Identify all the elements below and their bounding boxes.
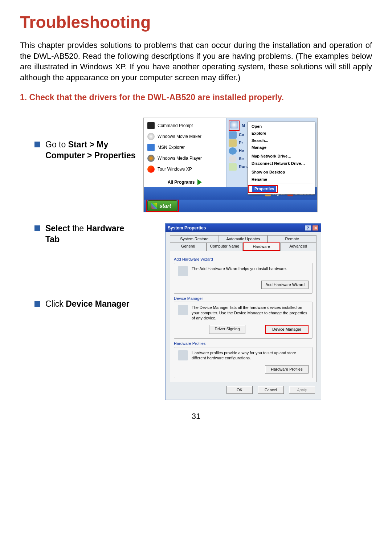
- control-panel-icon: [229, 139, 237, 147]
- ok-button[interactable]: OK: [226, 386, 253, 394]
- run-icon: [229, 163, 237, 171]
- group-title-devmgr: Device Manager: [174, 296, 313, 301]
- cancel-button[interactable]: Cancel: [258, 386, 284, 394]
- dialog-button-row: OK Cancel Apply: [170, 382, 317, 396]
- page-title: Troubleshooting: [20, 11, 372, 33]
- bullet-icon: [34, 142, 40, 147]
- device-manager-button[interactable]: Device Manager: [265, 325, 309, 334]
- page-number: 31: [20, 411, 372, 422]
- bullet-2-text: Select the Hardware Tab: [45, 223, 140, 245]
- device-manager-text: The Device Manager lists all the hardwar…: [192, 305, 309, 321]
- bullet-3-text: Click Device Manager: [45, 299, 129, 310]
- apply-button[interactable]: Apply: [289, 386, 315, 394]
- properties-highlight: Properties: [248, 185, 278, 193]
- help-icon: [229, 147, 237, 155]
- start-item-msn[interactable]: MSN Explorer: [146, 142, 224, 153]
- context-menu: Open Explore Search... Manage Map Networ…: [248, 122, 315, 195]
- tab-remote[interactable]: Remote: [268, 235, 317, 242]
- system-properties-dialog: System Properties ? ✕ System Restore Aut…: [165, 223, 321, 400]
- tour-xp-icon: [147, 166, 155, 173]
- network-icon: [229, 131, 237, 139]
- movie-maker-icon: [147, 133, 155, 140]
- driver-signing-button[interactable]: Driver Signing: [209, 325, 245, 334]
- group-title-hwprofiles: Hardware Profiles: [174, 341, 313, 346]
- dialog-titlebar: System Properties ? ✕: [166, 224, 321, 232]
- ctx-disconnect-drive[interactable]: Disconnect Network Drive…: [248, 160, 315, 167]
- dialog-title: System Properties: [168, 225, 206, 231]
- start-menu-right-panel: M Cc Pr He Se Run... Open Explore Search…: [226, 118, 317, 187]
- ctx-map-drive[interactable]: Map Network Drive…: [248, 153, 315, 160]
- tab-system-restore[interactable]: System Restore: [170, 235, 219, 242]
- ctx-rename[interactable]: Rename: [248, 176, 315, 183]
- start-item-media-player[interactable]: Windows Media Player: [146, 153, 224, 164]
- arrow-right-icon: [197, 179, 202, 185]
- bullet-icon: [34, 225, 40, 231]
- add-hardware-wizard-button[interactable]: Add Hardware Wizard: [261, 281, 309, 289]
- ctx-open[interactable]: Open: [248, 123, 315, 130]
- tab-computer-name[interactable]: Computer Name: [207, 242, 243, 251]
- device-manager-group: The Device Manager lists all the hardwar…: [174, 302, 313, 339]
- start-item-tour-xp[interactable]: Tour Windows XP: [146, 164, 224, 175]
- taskbar: start: [144, 200, 317, 212]
- device-manager-icon: [178, 305, 188, 315]
- help-button[interactable]: ?: [305, 225, 311, 231]
- ctx-properties[interactable]: Properties: [252, 186, 276, 192]
- hardware-profiles-group: Hardware profiles provide a way for you …: [174, 347, 313, 378]
- all-programs-button[interactable]: All Programs: [146, 177, 224, 185]
- bullet-1-text: Go to Start > My Computer > Properties: [45, 139, 140, 161]
- group-title-add-hw: Add Hardware Wizard: [174, 257, 313, 262]
- intro-paragraph: This chapter provides solutions to probl…: [20, 40, 372, 83]
- tab-advanced[interactable]: Advanced: [280, 242, 317, 251]
- add-hardware-group: The Add Hardware Wizard helps you instal…: [174, 263, 313, 294]
- ctx-show-desktop[interactable]: Show on Desktop: [248, 169, 315, 176]
- my-computer-icon: [230, 121, 238, 128]
- ctx-manage[interactable]: Manage: [248, 144, 315, 151]
- ctx-search[interactable]: Search...: [248, 137, 315, 144]
- ctx-explore[interactable]: Explore: [248, 130, 315, 137]
- start-menu-left-panel: Command Prompt Windows Movie Maker MSN E…: [144, 118, 226, 187]
- command-prompt-icon: [147, 122, 155, 129]
- hardware-profiles-icon: [178, 350, 188, 360]
- step-1-heading: 1. Check that the drivers for the DWL-AB…: [20, 92, 372, 103]
- add-hardware-icon: [178, 266, 188, 276]
- search-icon: [229, 155, 237, 163]
- tab-hardware[interactable]: Hardware: [243, 242, 280, 251]
- media-player-icon: [147, 155, 155, 162]
- msn-icon: [147, 144, 155, 151]
- hardware-profiles-button[interactable]: Hardware Profiles: [265, 365, 309, 374]
- windows-flag-icon: [151, 203, 157, 209]
- start-button[interactable]: start: [147, 200, 177, 211]
- hardware-profiles-text: Hardware profiles provide a way for you …: [192, 350, 309, 361]
- my-computer-highlight: [229, 121, 240, 131]
- add-hardware-text: The Add Hardware Wizard helps you instal…: [192, 266, 287, 271]
- start-button-highlight: start: [146, 200, 179, 212]
- start-item-command-prompt[interactable]: Command Prompt: [146, 120, 224, 131]
- start-menu-screenshot: Command Prompt Windows Movie Maker MSN E…: [143, 118, 318, 212]
- tab-auto-updates[interactable]: Automatic Updates: [219, 235, 268, 242]
- close-button[interactable]: ✕: [312, 225, 319, 231]
- tab-general[interactable]: General: [170, 242, 207, 251]
- bullet-icon: [34, 301, 40, 307]
- start-item-movie-maker[interactable]: Windows Movie Maker: [146, 131, 224, 142]
